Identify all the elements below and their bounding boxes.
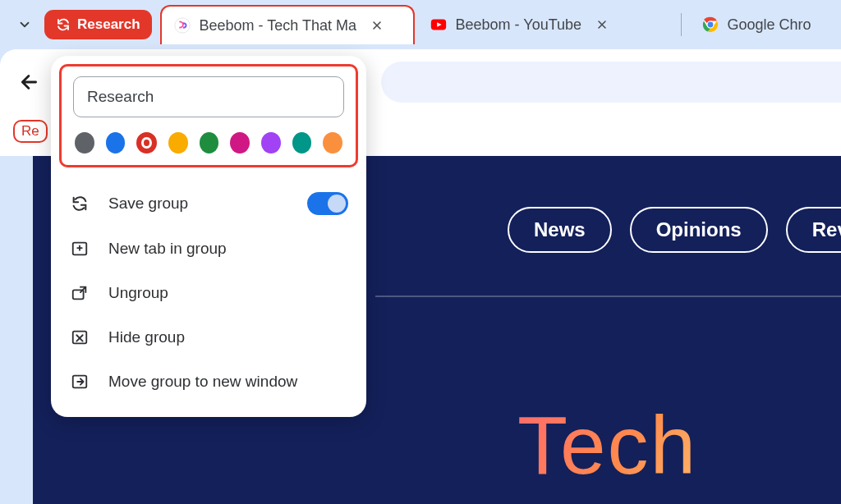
- hide-icon: [69, 327, 90, 348]
- beebom-favicon-icon: [173, 16, 191, 34]
- address-bar[interactable]: [381, 62, 841, 103]
- arrow-left-icon: [19, 71, 40, 93]
- site-nav: News Opinions Rev: [508, 207, 841, 253]
- color-grey[interactable]: [75, 132, 94, 153]
- group-name-input[interactable]: [73, 76, 344, 117]
- menu-move-to-new-window[interactable]: Move group to new window: [56, 360, 361, 404]
- save-group-toggle[interactable]: [307, 192, 348, 215]
- hero-heading: Tech: [517, 398, 697, 493]
- new-tab-icon: [69, 238, 90, 259]
- nav-news[interactable]: News: [508, 207, 612, 253]
- nav-opinions[interactable]: Opinions: [630, 207, 768, 253]
- chevron-down-icon: [17, 17, 32, 32]
- tab-title: Beebom - YouTube: [456, 16, 581, 34]
- color-teal[interactable]: [292, 132, 312, 153]
- close-icon: [595, 18, 609, 31]
- color-orange[interactable]: [323, 132, 342, 153]
- chrome-favicon-icon: [701, 16, 719, 34]
- move-window-icon: [69, 371, 90, 392]
- color-red[interactable]: [136, 132, 157, 153]
- menu-ungroup[interactable]: Ungroup: [56, 271, 361, 315]
- divider: [375, 296, 841, 297]
- menu-label: Move group to new window: [108, 373, 297, 391]
- tab-strip: Research Beebom - Tech That Ma Beebom - …: [0, 0, 841, 49]
- group-badge-partial: Re: [13, 120, 48, 143]
- tab-active[interactable]: Beebom - Tech That Ma: [160, 5, 415, 44]
- menu-hide-group[interactable]: Hide group: [56, 315, 361, 360]
- color-green[interactable]: [200, 132, 219, 153]
- color-purple[interactable]: [261, 132, 281, 153]
- menu-new-tab-in-group[interactable]: New tab in group: [56, 227, 361, 271]
- menu-label: Hide group: [108, 328, 185, 346]
- color-pink[interactable]: [230, 132, 250, 153]
- tab-group-pill[interactable]: Research: [44, 10, 152, 39]
- color-blue[interactable]: [106, 132, 126, 153]
- menu-label: Ungroup: [108, 284, 168, 302]
- youtube-favicon-icon: [430, 16, 448, 34]
- nav-reviews[interactable]: Rev: [786, 207, 841, 253]
- tab-group-context-menu: Save group New tab in group Ungroup Hide…: [51, 56, 366, 417]
- tab-search-button[interactable]: [8, 8, 41, 41]
- group-edit-highlight: [59, 64, 358, 167]
- tab[interactable]: Google Chro: [690, 5, 838, 44]
- tab-group-name: Research: [77, 16, 140, 33]
- close-tab-button[interactable]: [370, 18, 384, 33]
- tab-title: Beebom - Tech That Ma: [200, 17, 356, 34]
- back-button[interactable]: [15, 67, 44, 97]
- color-swatch-row: [73, 132, 344, 153]
- menu-label: New tab in group: [108, 240, 227, 258]
- sync-icon: [69, 193, 90, 214]
- ungroup-icon: [69, 282, 90, 304]
- sync-icon: [56, 17, 71, 32]
- close-icon: [370, 19, 384, 32]
- tab[interactable]: Beebom - YouTube: [418, 5, 673, 44]
- close-tab-button[interactable]: [595, 17, 609, 32]
- menu-list: Save group New tab in group Ungroup Hide…: [51, 176, 366, 404]
- tab-separator: [681, 13, 682, 36]
- menu-label: Save group: [108, 195, 188, 213]
- color-yellow[interactable]: [168, 132, 188, 153]
- menu-save-group[interactable]: Save group: [56, 181, 361, 227]
- tab-title: Google Chro: [728, 16, 811, 34]
